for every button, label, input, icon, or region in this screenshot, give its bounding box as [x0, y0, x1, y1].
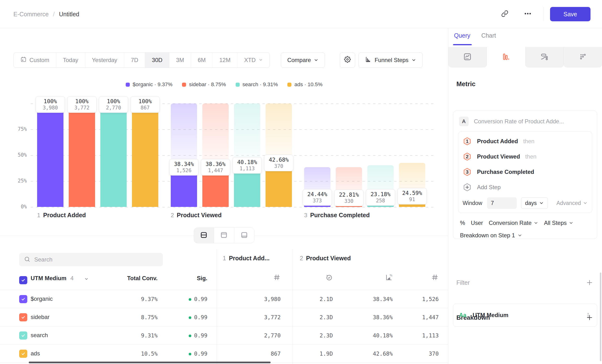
range-custom[interactable]: Custom: [14, 53, 56, 67]
step-event-name: Purchase Completed: [477, 169, 534, 175]
funnel-bar-sidebar-step1[interactable]: [69, 103, 95, 207]
breadcrumb-separator: /: [53, 11, 54, 18]
search-input[interactable]: [34, 256, 158, 263]
legend-item[interactable]: $organic · 9.37%: [126, 81, 172, 88]
metric-step-1[interactable]: 1Product Addedthen: [463, 134, 535, 149]
range-today[interactable]: Today: [56, 53, 85, 67]
step-badge-number: 1: [466, 139, 468, 144]
total-conversion-cell: 10.5%: [141, 351, 158, 357]
add-step-button[interactable]: Add Step: [463, 180, 501, 195]
metric-step-2[interactable]: 2Product Viewedthen: [463, 149, 536, 164]
conversion-rate-column-icon[interactable]: %: [385, 273, 393, 281]
horizontal-scrollbar-thumb[interactable]: [29, 362, 271, 363]
measure-metric-select[interactable]: Conversion Rate: [489, 220, 538, 226]
flows-icon: [540, 53, 548, 62]
legend-item[interactable]: search · 9.31%: [236, 81, 278, 88]
breakdown-property-label: UTM Medium: [473, 312, 508, 319]
measure-scope-select[interactable]: All Steps: [544, 220, 573, 226]
tab-query[interactable]: Query: [454, 32, 470, 43]
table-row-search[interactable]: search9.31%0.992,7702.3D40.18%1,113: [0, 326, 448, 345]
measure-scope-label: All Steps: [544, 220, 567, 226]
compare-button[interactable]: Compare: [281, 53, 325, 68]
window-unit-select[interactable]: days: [521, 197, 548, 209]
topbar-divider: [544, 7, 544, 21]
chart-settings-button[interactable]: [340, 53, 355, 68]
chart-type-button[interactable]: Funnel Steps: [358, 53, 422, 68]
flows-tab[interactable]: [525, 47, 564, 67]
legend-item[interactable]: sidebar · 8.75%: [182, 81, 226, 88]
table-row-organic[interactable]: $organic9.37%0.993,9802.1D38.34%1,526: [0, 290, 448, 308]
legend-item[interactable]: ads · 10.5%: [287, 81, 322, 88]
funnel-bar-search-step1[interactable]: [100, 103, 127, 207]
total-conversion-cell: 8.75%: [141, 314, 158, 321]
layout-chart-icon: [220, 231, 228, 240]
total-conversion-cell: 9.31%: [141, 332, 158, 339]
layout-chart-toggle[interactable]: [214, 228, 234, 243]
funnel-bar-ads-step1[interactable]: [132, 103, 158, 207]
more-menu-button[interactable]: [523, 9, 533, 19]
count-column-icon[interactable]: [273, 273, 281, 281]
breakdown-property-card[interactable]: Aa UTM Medium: [453, 304, 597, 327]
step2-conversion-cell: 42.68%: [373, 351, 393, 357]
row-checkbox[interactable]: [19, 295, 27, 303]
insights-tab[interactable]: [448, 47, 487, 67]
bar-count: 373: [304, 198, 331, 203]
chart-legend: $organic · 9.37%sidebar · 8.75%search · …: [0, 81, 448, 88]
retention-tab[interactable]: [564, 47, 602, 67]
bar-count: 3,980: [37, 105, 64, 111]
row-checkbox[interactable]: [19, 332, 27, 340]
breakdown-column-header[interactable]: UTM Medium 4: [31, 275, 74, 282]
link-icon: [501, 10, 508, 18]
formula-row[interactable]: A Conversion Rate of Product Adde...: [459, 117, 592, 126]
share-link-button[interactable]: [500, 9, 510, 19]
measure-symbol: %: [460, 220, 465, 226]
significance-cell: 0.99: [189, 351, 207, 357]
funnel-bar-organic-step1[interactable]: [37, 103, 64, 207]
active-tab-underline: [453, 44, 472, 45]
chevron-down-icon: [84, 277, 89, 281]
select-all-checkbox[interactable]: [19, 276, 27, 284]
table-row-sidebar[interactable]: sidebar8.75%0.993,7722.3D38.36%1,447: [0, 308, 448, 326]
metric-step-3[interactable]: 3Purchase Completed: [463, 164, 534, 180]
range-12m[interactable]: 12M: [213, 53, 237, 67]
window-value-input[interactable]: [487, 197, 517, 209]
time-to-convert-cell: 2.3D: [320, 332, 333, 339]
breadcrumb-project[interactable]: E-Commerce: [13, 11, 49, 18]
count-column-icon[interactable]: [431, 273, 439, 281]
range-yesterday[interactable]: Yesterday: [85, 53, 124, 67]
total-conv-header[interactable]: Total Conv.: [127, 275, 158, 282]
kebab-menu-icon[interactable]: [585, 312, 591, 318]
layout-split-toggle[interactable]: [194, 228, 214, 243]
add-filter-button[interactable]: [585, 278, 594, 287]
breakdown-on-step-select[interactable]: Breakdown on Step 1: [460, 232, 522, 239]
bar-count: 370: [265, 163, 292, 169]
row-checkbox[interactable]: [19, 350, 27, 358]
check-icon: [21, 333, 26, 338]
range-3m[interactable]: 3M: [169, 53, 191, 67]
time-to-convert-column-icon[interactable]: [325, 273, 333, 281]
range-7d[interactable]: 7D: [124, 53, 145, 67]
table-row-ads[interactable]: ads10.5%0.998671.9D42.68%370: [0, 345, 448, 363]
report-title[interactable]: Untitled: [59, 11, 79, 18]
bar-value-label: 100%3,980: [36, 96, 65, 113]
row-checkbox[interactable]: [19, 313, 27, 321]
column-group-step2-num: 2: [300, 255, 303, 262]
range-label: 6M: [198, 57, 206, 64]
bar-conversion-pct: 100%: [100, 98, 127, 104]
layout-table-toggle[interactable]: [234, 228, 254, 243]
sig-header[interactable]: Sig.: [197, 275, 207, 282]
measure-entity-select[interactable]: User: [471, 220, 483, 226]
save-button[interactable]: Save: [550, 7, 591, 21]
time-to-convert-cell: 1.9D: [320, 351, 333, 357]
advanced-button[interactable]: Advanced: [557, 200, 588, 206]
tab-chart[interactable]: Chart: [481, 32, 496, 43]
range-label: 3M: [176, 57, 184, 64]
range-6m[interactable]: 6M: [191, 53, 213, 67]
bar-value-label: 24.44%373: [303, 189, 332, 206]
range-xtd[interactable]: XTD: [237, 53, 270, 67]
add-step-hexagon-icon: [463, 183, 472, 192]
range-30d[interactable]: 30D: [145, 53, 169, 67]
panel-scrollbar-thumb[interactable]: [600, 273, 601, 361]
funnels-tab[interactable]: [487, 47, 525, 67]
bar-value-label: 38.34%1,526: [169, 159, 199, 176]
